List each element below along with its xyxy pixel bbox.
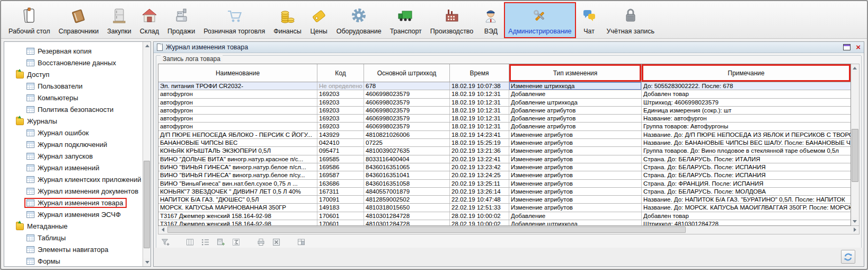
- cell-note: Название. До: НАПИТОК Б/А ГАЗ. "БУРАТИНО…: [642, 196, 851, 203]
- table-row[interactable]: автофургон 169203 4606998023579 18.02.19…: [158, 115, 851, 123]
- sidebar-item[interactable]: Журнал запусков: [4, 150, 142, 162]
- toolbar-item-production[interactable]: Производство: [426, 2, 478, 38]
- sidebar-item[interactable]: Журналы: [4, 115, 142, 127]
- table-scroll-thumb[interactable]: [852, 129, 858, 182]
- tree-item-label: Журнал подключений: [38, 141, 107, 149]
- table-row[interactable]: ВИНО "ВиньяГинеса" вин.нат.бел.сухое 0,7…: [158, 180, 851, 188]
- toolbar-item-equipment[interactable]: Оборудование: [332, 2, 386, 38]
- table-row[interactable]: Т3167 Джемпер женский 158.164-92-98 1706…: [158, 212, 851, 220]
- sidebar-item[interactable]: Журнал изменения товара: [4, 197, 142, 208]
- scroll-down-icon[interactable]: [851, 217, 858, 225]
- column-header-name[interactable]: Наименование: [158, 64, 317, 82]
- toolbar-item-warehouse[interactable]: Склад: [136, 2, 163, 38]
- table-row[interactable]: ВИНО "ВИНЬЯ ГИНЕСА" виногр.натур.белое п…: [158, 163, 851, 171]
- table-row[interactable]: ВИНО "ВИНЬЯ ГИНЕСА" виногр.натур.белое п…: [158, 171, 851, 179]
- sidebar-item[interactable]: Резервная копия: [4, 45, 142, 57]
- table-row[interactable]: автофургон 169203 4606998023579 18.02.19…: [158, 123, 851, 130]
- table-row[interactable]: Т3167 Джемпер женский 158.164-92-98 1706…: [158, 220, 851, 225]
- table-row[interactable]: БАНАНОВЫЕ ЧИПСЫ ВЕС 042410 07225 18.02.1…: [158, 139, 851, 147]
- sidebar-scroll-thumb[interactable]: [144, 161, 150, 248]
- column-header-note[interactable]: Примечание: [642, 64, 851, 82]
- table-row[interactable]: ВИНО "ДОЛЬЧЕ ВИТА" виногр.натур.красное …: [158, 155, 851, 163]
- scroll-down-icon[interactable]: [143, 258, 151, 266]
- table-row[interactable]: Эл. питания ТРОФИ CR2032- Не определено …: [158, 82, 851, 90]
- sidebar-item[interactable]: Журнал изменения документов: [4, 185, 142, 197]
- horizontal-scroll-thumb[interactable]: [167, 227, 686, 233]
- refresh-button[interactable]: [841, 250, 855, 264]
- toolbar-item-desktop[interactable]: Рабочий стол: [4, 2, 54, 38]
- column-header-barcode[interactable]: Основной штрихкод: [364, 64, 450, 82]
- cell-time: 28.02.19 10:00:02: [450, 212, 509, 220]
- column-header-change-type[interactable]: Тип изменения: [509, 64, 642, 82]
- cell-name: КОНЬЯК КРЫШТАЛЬ ЭКЗЮПЕРИ 0,5Л: [158, 147, 317, 154]
- table-row[interactable]: Д/П ПЮРЕ НЕПОСЕДА ЯБЛОКО - ПЕРСИК С ЙОГУ…: [158, 131, 851, 139]
- calculator-icon[interactable]: [216, 237, 226, 247]
- toolbar-item-prices[interactable]: Цены: [306, 2, 332, 38]
- table-row[interactable]: автофургон 169203 4606998023579 18.02.19…: [158, 90, 851, 98]
- cell-note: Группа товаров. До: Вино плодовое в стек…: [642, 147, 851, 154]
- tree-item-icon: [26, 188, 34, 195]
- sidebar-item[interactable]: Пользователи: [4, 80, 142, 92]
- cell-name: ВИНО "ВиньяГинеса" вин.нат.бел.сухое 0,7…: [158, 180, 317, 187]
- toolbar-item-ved[interactable]: ВЭД: [477, 2, 504, 38]
- grid-icon[interactable]: [296, 237, 306, 247]
- toolbar-item-references[interactable]: Справочники: [54, 2, 103, 38]
- toolbar-item-label: Рабочий стол: [8, 28, 50, 35]
- toolbar-item-account[interactable]: Учётная запись: [603, 2, 659, 38]
- toolbar-item-administration[interactable]: Администрирование: [504, 2, 575, 38]
- column-header-code[interactable]: Код: [317, 64, 364, 82]
- scroll-up-icon[interactable]: [143, 42, 151, 50]
- cell-code: 143929: [317, 131, 364, 138]
- sidebar-item[interactable]: Метаданные: [4, 220, 142, 232]
- export-excel-icon[interactable]: [271, 237, 281, 247]
- cell-name: ВИНО "ДОЛЬЧЕ ВИТА" виногр.натур.красное …: [158, 155, 317, 163]
- scroll-left-icon[interactable]: [158, 226, 167, 233]
- scroll-up-icon[interactable]: [851, 64, 858, 72]
- toolbar-item-purchases[interactable]: Закупки: [103, 2, 136, 38]
- sum-icon[interactable]: [231, 237, 241, 247]
- sidebar-item[interactable]: Журнал ошибок: [4, 127, 142, 138]
- sidebar-item[interactable]: Журнал изменения ЭСЧФ: [4, 208, 142, 220]
- table-vertical-scrollbar[interactable]: [851, 64, 860, 226]
- sidebar-item[interactable]: Формы: [4, 255, 142, 267]
- table-row[interactable]: НАПИТОК Б/А ГАЗ. "ДЮШЕС" 0,5Л 170091 481…: [158, 196, 851, 204]
- scroll-right-icon[interactable]: [851, 226, 859, 233]
- toolbar-item-retail[interactable]: Розничная торговля: [199, 2, 269, 38]
- cell-code: 042410: [317, 139, 364, 146]
- table-row[interactable]: КОНЬЯК КРЫШТАЛЬ ЭКЗЮПЕРИ 0,5Л 095471 481…: [158, 147, 851, 155]
- sidebar-item[interactable]: Компьютеры: [4, 92, 142, 103]
- tree-item-icon: [26, 129, 34, 136]
- table-row[interactable]: КОНЬЯК"7 ЗВЕЗДОЧЕК " ДИВИН7 ЛЕТ 0,5 Л 40…: [158, 188, 851, 196]
- sidebar-item[interactable]: Элементы навигатора: [4, 243, 142, 255]
- columns-icon[interactable]: [185, 237, 195, 247]
- table-row[interactable]: МОРСК. КАПУСЬА МАРИНОВАННАЯ 350ГР 149183…: [158, 204, 851, 212]
- toolbar-item-transport[interactable]: Транспорт: [386, 2, 426, 38]
- toolbar-item-sales[interactable]: Продажи: [163, 2, 199, 38]
- sidebar-item[interactable]: Журнал изменений: [4, 162, 142, 173]
- sidebar-item[interactable]: Таблицы: [4, 232, 142, 243]
- toolbar-item-finance[interactable]: Финансы: [269, 2, 305, 38]
- table-horizontal-scrollbar[interactable]: [158, 226, 860, 234]
- print-icon[interactable]: [256, 237, 266, 247]
- log-table: Наименование Код Основной штрихкод Время…: [158, 64, 851, 226]
- close-icon[interactable]: ×: [856, 44, 861, 50]
- content-area: Резервная копия Восстановление данных До…: [1, 39, 867, 269]
- cell-barcode: 4810039027635: [364, 147, 450, 154]
- cell-time: 22.02.19 10:47:48: [450, 196, 509, 203]
- sidebar-item[interactable]: Восстановление данных: [4, 57, 142, 68]
- table-row[interactable]: автофургон 169203 4606998023579 18.02.19…: [158, 99, 851, 107]
- cell-time: 18.02.19 10:07:38: [450, 82, 509, 90]
- maximize-icon[interactable]: [843, 44, 851, 50]
- sidebar-scrollbar[interactable]: [143, 42, 150, 266]
- table-row[interactable]: автофургон 169203 4606998023579 18.02.19…: [158, 107, 851, 115]
- cell-barcode: 4812859002502: [364, 196, 450, 203]
- numbered-list-icon[interactable]: [200, 237, 210, 247]
- toolbar-item-chat[interactable]: Чат: [576, 2, 603, 38]
- sidebar-item[interactable]: Политика безопасности: [4, 103, 142, 115]
- cell-code: 149183: [317, 204, 364, 211]
- sidebar-item[interactable]: Журнал клиентских приложений: [4, 173, 142, 185]
- column-header-time[interactable]: Время: [450, 64, 509, 82]
- sidebar-item[interactable]: Доступ: [4, 68, 142, 80]
- sidebar-item[interactable]: Журнал подключений: [4, 138, 142, 150]
- filter-icon[interactable]: [160, 237, 170, 247]
